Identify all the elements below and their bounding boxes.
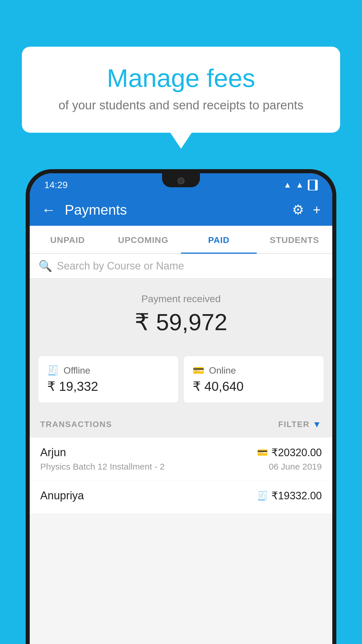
status-icons: ▲ ▲ ▉ (284, 180, 318, 190)
signal-icon: ▲ (296, 180, 304, 190)
search-input[interactable]: Search by Course or Name (57, 260, 184, 272)
transaction-amount-wrap: 💳 ₹20320.00 (257, 447, 322, 459)
tab-paid[interactable]: PAID (181, 226, 257, 253)
add-button[interactable]: + (313, 202, 321, 218)
settings-icon[interactable]: ⚙ (292, 202, 304, 218)
transaction-desc: Physics Batch 12 Installment - 2 (40, 462, 165, 472)
transaction-name: Anupriya (40, 489, 84, 502)
tab-unpaid[interactable]: UNPAID (30, 226, 106, 253)
payment-type-icon: 💳 (257, 447, 268, 458)
payment-received-section: Payment received ₹ 59,972 (30, 279, 332, 347)
transaction-date: 06 June 2019 (269, 462, 322, 472)
phone-notch (162, 173, 200, 187)
filter-icon: ▼ (312, 419, 322, 429)
transaction-amount: ₹19332.00 (271, 490, 322, 502)
app-bar: ← Payments ⚙ + (30, 194, 332, 226)
payment-type-icon: 🧾 (257, 491, 268, 501)
online-amount: ₹ 40,640 (193, 379, 315, 394)
tabs-bar: UNPAID UPCOMING PAID STUDENTS (30, 226, 332, 254)
transaction-amount: ₹20320.00 (271, 447, 322, 459)
front-camera (178, 177, 184, 184)
online-card: 💳 Online ₹ 40,640 (184, 356, 324, 402)
speech-bubble: Manage fees of your students and send re… (22, 47, 340, 133)
offline-card: 🧾 Offline ₹ 19,332 (38, 356, 178, 402)
wifi-icon: ▲ (284, 180, 292, 190)
app-bar-title: Payments (65, 202, 283, 218)
battery-icon: ▉ (308, 180, 318, 190)
online-icon: 💳 (193, 365, 204, 376)
tab-students[interactable]: STUDENTS (257, 226, 333, 253)
transaction-name: Arjun (40, 446, 66, 459)
transaction-amount-wrap: 🧾 ₹19332.00 (257, 490, 322, 502)
transactions-header: TRANSACTIONS FILTER ▼ (30, 411, 332, 438)
offline-amount: ₹ 19,332 (47, 379, 169, 394)
filter-label: FILTER (278, 420, 310, 429)
payment-cards-row: 🧾 Offline ₹ 19,332 💳 Online ₹ 40,640 (30, 347, 332, 411)
tab-upcoming[interactable]: UPCOMING (106, 226, 181, 253)
back-button[interactable]: ← (41, 201, 56, 218)
transactions-label: TRANSACTIONS (40, 420, 112, 429)
phone-frame: 14:29 ▲ ▲ ▉ ← Payments ⚙ + UNPAID UPCOMI… (26, 169, 336, 644)
search-bar[interactable]: 🔍 Search by Course or Name (30, 254, 332, 279)
online-label: Online (209, 365, 236, 376)
filter-button[interactable]: FILTER ▼ (278, 419, 322, 429)
bubble-title: Manage fees (45, 64, 317, 92)
transaction-row[interactable]: Anupriya 🧾 ₹19332.00 (30, 481, 332, 514)
offline-icon: 🧾 (47, 365, 59, 376)
search-icon: 🔍 (38, 260, 52, 272)
bubble-subtitle: of your students and send receipts to pa… (45, 98, 317, 112)
phone-screen: 14:29 ▲ ▲ ▉ ← Payments ⚙ + UNPAID UPCOMI… (30, 173, 332, 644)
payment-received-label: Payment received (30, 293, 332, 304)
transaction-row[interactable]: Arjun 💳 ₹20320.00 Physics Batch 12 Insta… (30, 438, 332, 481)
offline-label: Offline (64, 365, 90, 376)
status-time: 14:29 (44, 180, 68, 190)
payment-received-amount: ₹ 59,972 (30, 309, 332, 336)
